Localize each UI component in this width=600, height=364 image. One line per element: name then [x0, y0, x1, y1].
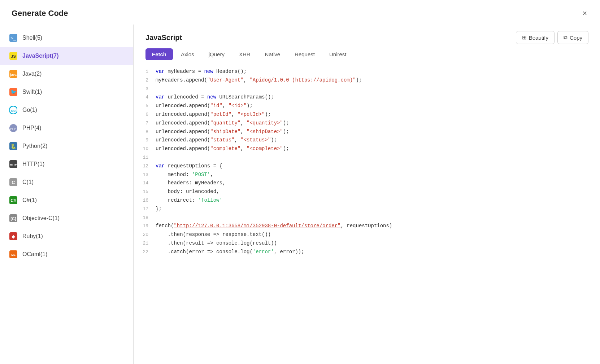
- line-number: 11: [143, 154, 156, 162]
- line-content: var myHeaders = new Headers();: [156, 67, 247, 76]
- svg-text:C: C: [12, 180, 15, 185]
- line-content: };: [156, 205, 162, 214]
- code-line: 1var myHeaders = new Headers();: [143, 67, 588, 76]
- sidebar-item-label-ruby: Ruby(1): [22, 233, 43, 240]
- sidebar-item-label-c: C(1): [22, 179, 34, 185]
- line-number: 20: [143, 231, 156, 239]
- content-title: JavaScript: [145, 34, 182, 42]
- swift-icon: 🐦: [9, 87, 18, 97]
- code-line: 9urlencoded.append("status", "<status>")…: [143, 136, 588, 145]
- copy-button[interactable]: ⧉ Copy: [557, 31, 588, 44]
- line-content: urlencoded.append("shipDate", "<shipDate…: [156, 128, 289, 136]
- tab-xhr[interactable]: XHR: [232, 48, 257, 60]
- svg-text:🐍: 🐍: [10, 143, 17, 149]
- code-line: 18: [143, 214, 588, 222]
- code-line: 16 redirect: 'follow': [143, 196, 588, 205]
- line-number: 14: [143, 179, 156, 187]
- line-content: .then(result => console.log(result)): [156, 239, 277, 248]
- line-number: 7: [143, 119, 156, 127]
- beautify-button[interactable]: ⊞ Beautify: [516, 31, 555, 44]
- sidebar-item-java[interactable]: javaJava(2): [0, 65, 133, 83]
- line-content: redirect: 'follow': [156, 196, 222, 205]
- copy-icon: ⧉: [564, 34, 568, 41]
- sidebar-item-objc[interactable]: [C]Objective-C(1): [0, 209, 133, 227]
- sidebar-item-go[interactable]: GOGo(1): [0, 101, 133, 119]
- line-content: myHeaders.append("User-Agent", "Apidog/1…: [156, 76, 362, 85]
- copy-label: Copy: [570, 35, 582, 41]
- js-icon: JS: [9, 51, 18, 61]
- code-line: 15 body: urlencoded,: [143, 188, 588, 196]
- ruby-icon: ◆: [9, 232, 18, 241]
- line-content: body: urlencoded,: [156, 188, 219, 196]
- line-content: urlencoded.append("id", "<id>");: [156, 102, 253, 110]
- sidebar-item-label-shell: Shell(5): [22, 35, 42, 41]
- svg-text:ML: ML: [11, 253, 16, 256]
- code-line: 11: [143, 153, 588, 162]
- line-content: [156, 214, 158, 222]
- sidebar-item-label-csharp: C#(1): [22, 197, 37, 203]
- code-line: 19fetch("http://127.0.0.1:3658/m1/352938…: [143, 222, 588, 231]
- close-button[interactable]: ×: [581, 8, 588, 19]
- line-number: 12: [143, 162, 156, 170]
- sidebar-item-javascript[interactable]: JSJavaScript(7): [0, 47, 133, 65]
- sidebar-item-ocaml[interactable]: MLOCaml(1): [0, 245, 133, 263]
- line-number: 8: [143, 128, 156, 136]
- sidebar-item-label-php: PHP(4): [22, 125, 41, 131]
- sidebar-item-python[interactable]: 🐍Python(2): [0, 137, 133, 155]
- line-content: urlencoded.append("status", "<status>");: [156, 136, 277, 145]
- line-number: 10: [143, 145, 156, 153]
- go-icon: GO: [9, 105, 18, 115]
- line-number: 9: [143, 136, 156, 144]
- sidebar-item-ruby[interactable]: ◆Ruby(1): [0, 227, 133, 245]
- beautify-label: Beautify: [529, 35, 548, 41]
- sidebar-item-csharp[interactable]: C#C#(1): [0, 191, 133, 209]
- action-buttons: ⊞ Beautify ⧉ Copy: [516, 31, 588, 44]
- tab-native[interactable]: Native: [258, 48, 287, 60]
- sidebar-item-c[interactable]: CC(1): [0, 173, 133, 191]
- csharp-icon: C#: [9, 196, 18, 205]
- line-content: method: 'POST',: [156, 171, 213, 179]
- line-content: headers: myHeaders,: [156, 179, 225, 188]
- python-icon: 🐍: [9, 141, 18, 151]
- svg-text:PHP: PHP: [10, 127, 17, 131]
- sidebar-item-label-go: Go(1): [22, 107, 37, 113]
- code-line: 8urlencoded.append("shipDate", "<shipDat…: [143, 128, 588, 136]
- code-line: 2myHeaders.append("User-Agent", "Apidog/…: [143, 76, 588, 85]
- code-line: 13 method: 'POST',: [143, 171, 588, 179]
- svg-text:◆: ◆: [12, 234, 15, 239]
- svg-text:🐦: 🐦: [10, 89, 17, 95]
- ocaml-icon: ML: [9, 250, 18, 259]
- tab-unirest[interactable]: Unirest: [323, 48, 353, 60]
- line-content: .catch(error => console.log('error', err…: [156, 248, 304, 256]
- http-icon: HTTP: [9, 159, 18, 169]
- code-line: 17};: [143, 205, 588, 214]
- sidebar-item-http[interactable]: HTTPHTTP(1): [0, 155, 133, 173]
- tab-axios[interactable]: Axios: [174, 48, 201, 60]
- beautify-icon: ⊞: [522, 34, 527, 41]
- line-content: var urlencoded = new URLSearchParams();: [156, 93, 274, 102]
- modal-body: >_Shell(5)JSJavaScript(7)javaJava(2)🐦Swi…: [0, 25, 600, 364]
- svg-text:JS: JS: [11, 54, 16, 58]
- svg-text:[C]: [C]: [10, 216, 16, 221]
- code-line: 21 .then(result => console.log(result)): [143, 239, 588, 248]
- shell-icon: >_: [9, 33, 18, 43]
- sidebar-item-label-java: Java(2): [22, 71, 42, 77]
- java-icon: java: [9, 69, 18, 79]
- tab-jquery[interactable]: jQuery: [202, 48, 231, 60]
- language-sidebar: >_Shell(5)JSJavaScript(7)javaJava(2)🐦Swi…: [0, 25, 134, 364]
- line-number: 22: [143, 248, 156, 256]
- tab-fetch[interactable]: Fetch: [145, 48, 173, 60]
- sidebar-item-label-ocaml: OCaml(1): [22, 251, 47, 258]
- tab-request[interactable]: Request: [288, 48, 321, 60]
- line-content: [156, 85, 158, 93]
- sidebar-item-swift[interactable]: 🐦Swift(1): [0, 83, 133, 101]
- sidebar-item-php[interactable]: PHPPHP(4): [0, 119, 133, 137]
- line-number: 1: [143, 68, 156, 76]
- modal-title: Generate Code: [12, 9, 68, 18]
- line-content: .then(response => response.text()): [156, 231, 271, 239]
- sidebar-item-shell[interactable]: >_Shell(5): [0, 29, 133, 47]
- code-line: 4var urlencoded = new URLSearchParams();: [143, 93, 588, 102]
- main-content: JavaScript ⊞ Beautify ⧉ Copy FetchAxiosj…: [134, 25, 600, 364]
- code-block: 1var myHeaders = new Headers();2myHeader…: [143, 67, 588, 256]
- line-content: urlencoded.append("complete", "<complete…: [156, 145, 289, 153]
